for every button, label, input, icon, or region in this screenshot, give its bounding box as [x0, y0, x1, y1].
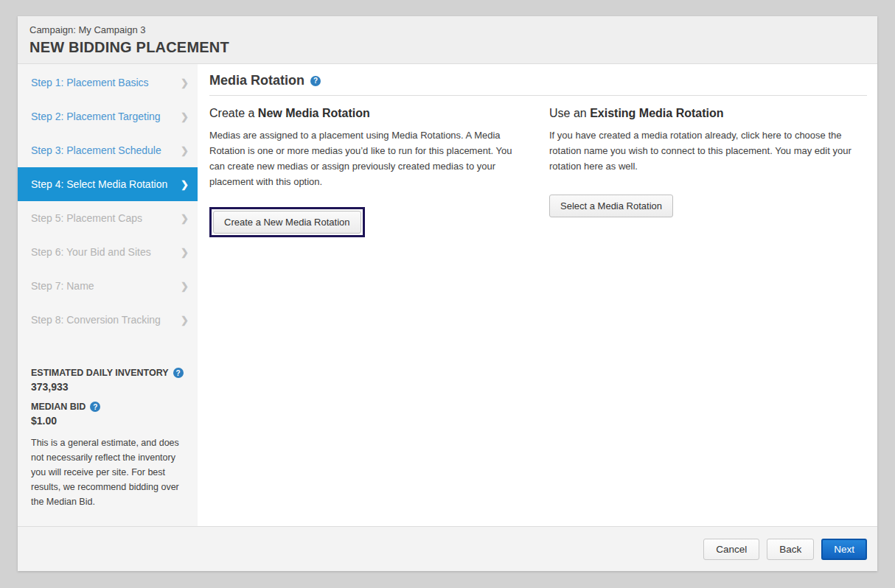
step-label: Step 2: Placement Targeting — [31, 111, 181, 122]
estimated-daily-inventory-label: ESTIMATED DAILY INVENTORY ? — [31, 368, 184, 378]
cancel-button[interactable]: Cancel — [703, 539, 759, 560]
step-label: Step 7: Name — [31, 280, 181, 292]
page-header: Campaign: My Campaign 3 NEW BIDDING PLAC… — [18, 16, 877, 64]
step-label: Step 4: Select Media Rotation — [31, 178, 181, 190]
new-rotation-option: Create a New Media Rotation Medias are a… — [209, 107, 527, 237]
body-row: Step 1: Placement Basics ❯ Step 2: Place… — [18, 64, 877, 526]
estimated-daily-inventory-value: 373,933 — [31, 381, 184, 393]
chevron-right-icon: ❯ — [181, 281, 189, 292]
main-content: Media Rotation ? Create a New Media Rota… — [198, 64, 877, 526]
sidebar-item-step-5: Step 5: Placement Caps ❯ — [18, 201, 198, 235]
chevron-right-icon: ❯ — [181, 213, 189, 224]
sidebar-item-step-1[interactable]: Step 1: Placement Basics ❯ — [18, 66, 198, 99]
chevron-right-icon: ❯ — [181, 145, 189, 156]
heading-prefix: Create a — [209, 107, 254, 119]
select-media-rotation-button[interactable]: Select a Media Rotation — [549, 195, 673, 217]
new-rotation-description: Medias are assigned to a placement using… — [209, 127, 527, 189]
heading-bold: Existing Media Rotation — [590, 107, 723, 119]
estimate-disclaimer: This is a general estimate, and does not… — [31, 435, 184, 509]
steps-sidebar: Step 1: Placement Basics ❯ Step 2: Place… — [18, 64, 198, 526]
sidebar-item-step-3[interactable]: Step 3: Placement Schedule ❯ — [18, 133, 198, 167]
page-title: NEW BIDDING PLACEMENT — [29, 39, 866, 56]
chevron-right-icon: ❯ — [181, 315, 189, 326]
campaign-breadcrumb: Campaign: My Campaign 3 — [29, 24, 866, 35]
create-new-media-rotation-button[interactable]: Create a New Media Rotation — [213, 211, 361, 234]
sidebar-item-step-4-active[interactable]: Step 4: Select Media Rotation ❯ — [18, 167, 198, 201]
section-title-row: Media Rotation ? — [209, 73, 867, 96]
chevron-right-icon: ❯ — [181, 111, 189, 122]
help-icon[interactable]: ? — [310, 76, 321, 86]
stat-label-text: MEDIAN BID — [31, 402, 86, 412]
highlight-outline: Create a New Media Rotation — [209, 207, 365, 237]
sidebar-item-step-6: Step 6: Your Bid and Sites ❯ — [18, 235, 198, 269]
back-button[interactable]: Back — [767, 539, 814, 560]
step-label: Step 5: Placement Caps — [31, 212, 181, 224]
sidebar-item-step-7: Step 7: Name ❯ — [18, 269, 198, 303]
chevron-right-icon: ❯ — [181, 247, 189, 258]
step-label: Step 3: Placement Schedule — [31, 144, 181, 156]
sidebar-item-step-8: Step 8: Conversion Tracking ❯ — [18, 303, 198, 337]
chevron-right-icon: ❯ — [181, 77, 189, 88]
step-label: Step 8: Conversion Tracking — [31, 314, 181, 326]
existing-rotation-option: Use an Existing Media Rotation If you ha… — [549, 107, 867, 237]
next-button[interactable]: Next — [821, 539, 867, 560]
wizard-window: Campaign: My Campaign 3 NEW BIDDING PLAC… — [18, 16, 877, 571]
section-title: Media Rotation — [209, 73, 304, 88]
heading-bold: New Media Rotation — [258, 107, 370, 119]
option-columns: Create a New Media Rotation Medias are a… — [209, 107, 867, 237]
step-label: Step 1: Placement Basics — [31, 77, 181, 88]
footer-bar: Cancel Back Next — [18, 526, 877, 571]
step-label: Step 6: Your Bid and Sites — [31, 246, 181, 258]
stat-label-text: ESTIMATED DAILY INVENTORY — [31, 368, 169, 378]
chevron-right-icon: ❯ — [181, 179, 189, 190]
help-icon[interactable]: ? — [173, 368, 184, 378]
median-bid-label: MEDIAN BID ? — [31, 402, 184, 412]
median-bid-value: $1.00 — [31, 415, 184, 427]
help-icon[interactable]: ? — [90, 402, 100, 412]
new-rotation-heading: Create a New Media Rotation — [209, 107, 527, 120]
sidebar-item-step-2[interactable]: Step 2: Placement Targeting ❯ — [18, 99, 198, 133]
inventory-stats-panel: ESTIMATED DAILY INVENTORY ? 373,933 MEDI… — [18, 368, 198, 509]
existing-rotation-heading: Use an Existing Media Rotation — [549, 107, 867, 120]
heading-prefix: Use an — [549, 107, 587, 119]
existing-rotation-description: If you have created a media rotation alr… — [549, 127, 867, 175]
